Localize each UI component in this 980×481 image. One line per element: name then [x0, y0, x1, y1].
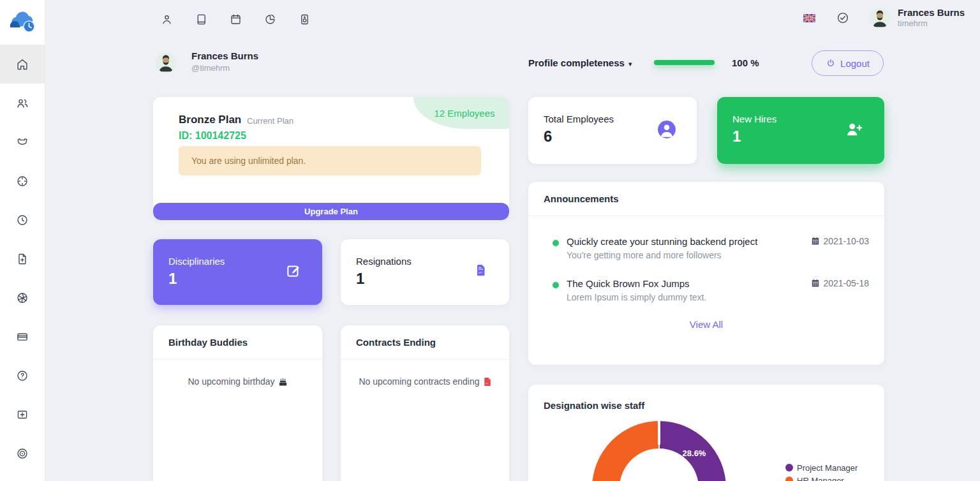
- birthday-buddies-title: Birthday Buddies: [153, 325, 322, 360]
- scan-circle-icon: [15, 174, 29, 188]
- legend-item: Project Manager: [785, 461, 858, 474]
- help-icon: [15, 369, 29, 383]
- sidebar-item-time[interactable]: [0, 200, 45, 239]
- total-employees-card: Total Employees 6: [528, 97, 697, 164]
- language-switcher[interactable]: [797, 5, 822, 31]
- person-icon: [160, 13, 174, 26]
- plus-square-icon: [15, 408, 29, 422]
- sidebar-item-assets[interactable]: [0, 278, 45, 317]
- topbar-user-org: timehrm: [898, 18, 965, 29]
- edit-icon: [285, 262, 302, 281]
- profile-avatar: [156, 52, 176, 75]
- announcement-title: Quickly create your stunning backend pro…: [567, 236, 757, 247]
- designation-chart-title: Designation wise staff: [544, 400, 644, 411]
- total-employees-value: 6: [544, 128, 552, 145]
- tasks-button[interactable]: [830, 5, 856, 31]
- announcements-title: Announcements: [528, 182, 884, 216]
- calendar-date-icon: [811, 279, 820, 288]
- sidebar-item-leave[interactable]: [0, 122, 45, 161]
- plan-alert: You are using unlimited plan.: [179, 146, 481, 175]
- profile-name: Frances Burns: [191, 50, 258, 61]
- calendar-icon: [229, 13, 242, 26]
- sidebar-item-documents[interactable]: [0, 239, 45, 278]
- view-all-link[interactable]: View All: [528, 319, 884, 330]
- announcement-subtitle: You're getting more and more followers: [567, 250, 722, 260]
- disc-icon: [15, 447, 29, 461]
- topnav-devices[interactable]: [287, 6, 322, 32]
- cloud-clock-logo-icon: [8, 11, 37, 33]
- speaker-icon: [298, 13, 311, 26]
- sidebar-item-attendance[interactable]: [0, 161, 45, 200]
- power-icon: [826, 58, 836, 68]
- mask-icon: [15, 135, 29, 149]
- topnav-reports[interactable]: [253, 6, 287, 32]
- profile-completeness-label: Profile completeness: [528, 57, 625, 68]
- birthday-buddies-card: Birthday Buddies No upcoming birthday: [153, 325, 322, 481]
- resignations-card[interactable]: Resignations 1: [341, 239, 509, 305]
- avatar: [870, 8, 890, 28]
- disciplinaries-value: 1: [168, 270, 177, 288]
- topbar-user-name: Frances Burns: [898, 7, 965, 18]
- home-icon: [15, 57, 29, 71]
- sidebar-item-targets[interactable]: [0, 434, 45, 473]
- total-employees-label: Total Employees: [544, 114, 614, 124]
- topnav-calendar[interactable]: [218, 6, 253, 32]
- announcement-subtitle: Lorem Ipsum is simply dummy text.: [567, 292, 706, 302]
- green-dot-icon: [553, 240, 559, 246]
- plan-title: Bronze Plan: [179, 114, 241, 126]
- calendar-date-icon: [811, 237, 820, 246]
- clock-icon: [15, 213, 29, 227]
- new-hires-label: New Hires: [732, 114, 776, 124]
- plan-current-tag: Current Plan: [247, 116, 293, 126]
- journal-icon: [195, 13, 208, 26]
- logout-button[interactable]: Logout: [812, 50, 884, 76]
- sidebar-item-payroll[interactable]: [0, 317, 45, 356]
- disciplinaries-label: Disciplinaries: [168, 256, 225, 267]
- topnav-profile[interactable]: [149, 6, 184, 32]
- app-logo[interactable]: [0, 0, 45, 45]
- avatar: [156, 52, 176, 73]
- contracts-ending-title: Contracts Ending: [341, 325, 509, 360]
- contracts-ending-card: Contracts Ending No upcoming contracts e…: [341, 325, 509, 481]
- file-plus-icon: [15, 252, 29, 266]
- topbar-user-menu[interactable]: Frances Burns timehrm: [870, 7, 965, 29]
- donut-slice-label: 28.6%: [674, 448, 715, 458]
- people-icon: [15, 96, 29, 110]
- legend-dot-project-manager: [785, 464, 793, 471]
- sidebar-item-add[interactable]: [0, 395, 45, 434]
- topnav-journal[interactable]: [184, 6, 218, 32]
- sidebar-item-employees[interactable]: [0, 84, 45, 122]
- birthday-empty-text: No upcoming birthday: [153, 376, 322, 387]
- topbar-right: Frances Burns timehrm: [797, 5, 965, 31]
- announcements-card: Announcements Quickly create your stunni…: [528, 182, 884, 365]
- designation-chart-card: Designation wise staff 28.6% Project Man…: [528, 385, 884, 481]
- new-hires-card: New Hires 1: [717, 97, 884, 164]
- sidebar-item-home[interactable]: [0, 45, 45, 84]
- aperture-icon: [15, 291, 29, 305]
- plan-id: ID: 100142725: [179, 130, 246, 142]
- announcement-title: The Quick Brown Fox Jumps: [567, 278, 690, 289]
- legend-dot-hr-manager: [785, 477, 793, 481]
- disciplinaries-card[interactable]: Disciplinaries 1: [153, 239, 322, 305]
- new-hires-value: 1: [732, 128, 741, 145]
- announcement-date: 2021-10-03: [811, 236, 869, 246]
- pie-chart-icon: [264, 13, 277, 26]
- uk-flag-icon: [803, 14, 815, 22]
- plan-card: 12 Employees Bronze Plan Current Plan ID…: [153, 97, 509, 220]
- profile-progress-fill: [654, 60, 715, 65]
- profile-handle: @timehrm: [191, 63, 230, 73]
- person-plus-icon: [845, 120, 864, 142]
- upgrade-plan-button[interactable]: Upgrade Plan: [153, 203, 509, 220]
- announcement-date: 2021-05-18: [811, 278, 869, 288]
- employee-count-badge: 12 Employees: [413, 97, 509, 129]
- resignations-label: Resignations: [356, 256, 412, 267]
- topnav: [149, 6, 322, 32]
- profile-progress-bar: [654, 60, 715, 65]
- chevron-down-icon: ▾: [628, 60, 632, 68]
- dashboard-page: Frances Burns timehrm Frances Burns @tim…: [0, 0, 980, 481]
- contracts-empty-text: No upcoming contracts ending: [341, 376, 509, 387]
- green-dot-icon: [553, 282, 559, 288]
- sidebar-item-help[interactable]: [0, 356, 45, 395]
- profile-completeness-dropdown[interactable]: Profile completeness▾: [528, 57, 632, 68]
- resignations-value: 1: [356, 270, 364, 288]
